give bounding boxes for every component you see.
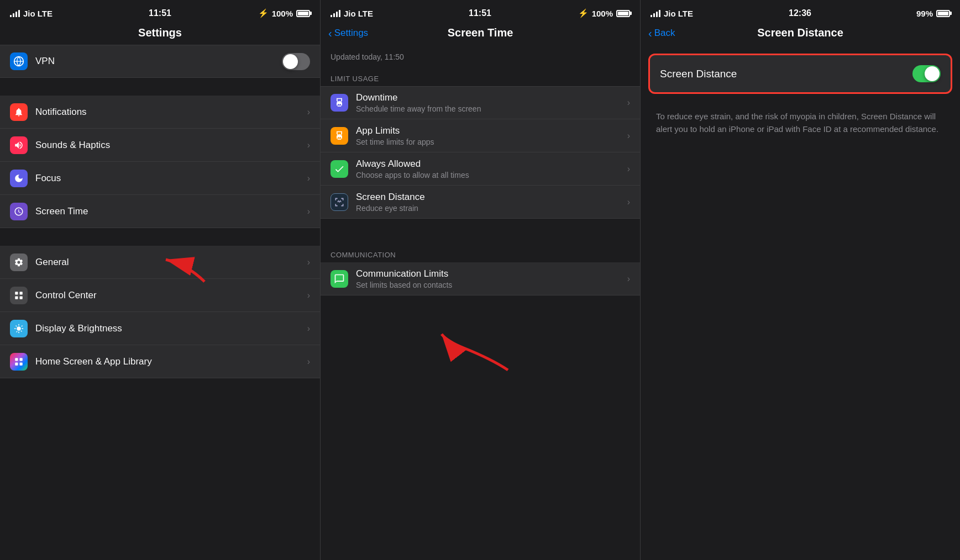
signal-bar-2-4 [339, 10, 340, 17]
commlimits-icon [331, 270, 348, 288]
signal-bar-3-3 [656, 12, 658, 17]
carrier-1: Jio [23, 9, 35, 18]
controlcenter-chevron: › [307, 290, 310, 300]
signal-bars-3 [651, 10, 660, 17]
general-icon [10, 253, 28, 271]
svg-rect-6 [20, 358, 23, 361]
network-1: LTE [38, 9, 53, 18]
controlcenter-content: Control Center [35, 290, 307, 301]
screentime-list: Downtime Schedule time away from the scr… [321, 86, 640, 560]
sounds-chevron: › [307, 140, 310, 150]
back-label-2: Settings [334, 28, 368, 39]
status-bar-1: Jio LTE 11:51 ⚡ 100% [0, 0, 320, 24]
list-item-commlimits[interactable]: Communication Limits Set limits based on… [321, 262, 640, 295]
list-item-downtime[interactable]: Downtime Schedule time away from the scr… [321, 86, 640, 119]
list-item-general[interactable]: General › [0, 246, 320, 279]
display-chevron: › [307, 324, 310, 334]
status-bar-2: Jio LTE 11:51 ⚡ 100% [321, 0, 640, 24]
screen-distance-toggle-knob [925, 66, 940, 81]
back-label-3: Back [654, 28, 675, 39]
group-sep-p2 [321, 219, 640, 241]
list-item-applimits[interactable]: App Limits Set time limits for apps › [321, 119, 640, 152]
screentime-chevron: › [307, 207, 310, 216]
back-chevron-2: ‹ [328, 28, 332, 39]
signal-bar-3-4 [659, 10, 660, 17]
list-item-screendistance[interactable]: Screen Distance Reduce eye strain › [321, 186, 640, 219]
controlcenter-label: Control Center [35, 290, 307, 301]
page-title-2: Screen Time [448, 27, 513, 39]
alwaysallowed-chevron: › [627, 164, 630, 174]
status-left-3: Jio LTE [651, 9, 693, 18]
charging-icon-1: ⚡ [258, 8, 269, 18]
screendistance-icon-p2 [331, 193, 348, 211]
list-item-display[interactable]: Display & Brightness › [0, 312, 320, 345]
svg-rect-5 [15, 358, 18, 361]
sounds-icon [10, 136, 28, 154]
screen-distance-toggle[interactable] [912, 65, 941, 82]
status-bar-3: Jio LTE 12:36 99% [641, 0, 960, 24]
svg-rect-2 [15, 296, 18, 299]
list-item-screentime[interactable]: Screen Time › [0, 195, 320, 228]
focus-label: Focus [35, 173, 307, 184]
carrier-2: Jio [344, 9, 356, 18]
vpn-label: VPN [35, 56, 282, 67]
display-right: › [307, 324, 310, 334]
screentime-label: Screen Time [35, 206, 307, 217]
list-item-homescreen[interactable]: Home Screen & App Library › [0, 345, 320, 378]
applimits-subtitle: Set time limits for apps [356, 138, 627, 146]
commlimits-subtitle: Set limits based on contacts [356, 281, 627, 289]
homescreen-chevron: › [307, 357, 310, 367]
back-chevron-3: ‹ [648, 28, 652, 39]
display-label: Display & Brightness [35, 323, 307, 334]
screendistance-subtitle: Reduce eye strain [356, 204, 627, 213]
time-3: 12:36 [789, 8, 811, 18]
list-item-controlcenter[interactable]: Control Center › [0, 279, 320, 312]
commlimits-chevron: › [627, 274, 630, 284]
back-button-3[interactable]: ‹ Back [648, 28, 675, 39]
commlimits-content: Communication Limits Set limits based on… [356, 268, 627, 289]
page-title-1: Settings [138, 27, 182, 39]
sounds-content: Sounds & Haptics [35, 140, 307, 151]
list-item-sounds[interactable]: Sounds & Haptics › [0, 129, 320, 162]
section-limit-usage: LIMIT USAGE [321, 65, 640, 86]
list-item-notifications[interactable]: Notifications › [0, 96, 320, 129]
focus-content: Focus [35, 173, 307, 184]
screendistance-label: Screen Distance [356, 192, 627, 203]
battery-icon-3 [936, 10, 950, 17]
vpn-toggle-knob [283, 54, 298, 69]
list-item-alwaysallowed[interactable]: Always Allowed Choose apps to allow at a… [321, 152, 640, 186]
homescreen-icon [10, 353, 28, 371]
status-right-3: 99% [916, 9, 950, 18]
list-item-vpn[interactable]: VPN [0, 45, 320, 78]
panel-2-screentime: Jio LTE 11:51 ⚡ 100% ‹ Settings Screen T… [320, 0, 640, 560]
controlcenter-icon [10, 287, 28, 304]
screen-distance-setting-label: Screen Distance [660, 68, 737, 80]
battery-icon-2 [616, 10, 630, 17]
signal-bar-3-1 [651, 15, 652, 17]
battery-fill-1 [298, 12, 308, 15]
panel-1-settings: Jio LTE 11:51 ⚡ 100% Settings [0, 0, 320, 560]
downtime-content: Downtime Schedule time away from the scr… [356, 92, 627, 113]
notifications-right: › [307, 107, 310, 117]
applimits-right: › [627, 131, 630, 141]
signal-bar-3-2 [653, 13, 655, 17]
screendistance-chevron: › [627, 197, 630, 207]
notifications-icon [10, 103, 28, 121]
vpn-toggle[interactable] [282, 53, 310, 70]
screendistance-right: › [627, 197, 630, 207]
sounds-right: › [307, 140, 310, 150]
charging-icon-2: ⚡ [578, 8, 589, 18]
screen-distance-setting: Screen Distance [648, 54, 952, 94]
screentime-content: Screen Time [35, 206, 307, 217]
back-button-2[interactable]: ‹ Settings [328, 28, 368, 39]
applimits-chevron: › [627, 131, 630, 141]
nav-bar-2: ‹ Settings Screen Time [321, 24, 640, 45]
list-item-focus[interactable]: Focus › [0, 162, 320, 195]
general-right: › [307, 257, 310, 267]
focus-chevron: › [307, 173, 310, 183]
panel-3-screendistance: Jio LTE 12:36 99% ‹ Back Screen Distance… [640, 0, 960, 560]
homescreen-label: Home Screen & App Library [35, 356, 307, 367]
signal-bar-1 [10, 15, 12, 17]
signal-bar-2-3 [336, 12, 338, 17]
always-icon [331, 160, 348, 178]
